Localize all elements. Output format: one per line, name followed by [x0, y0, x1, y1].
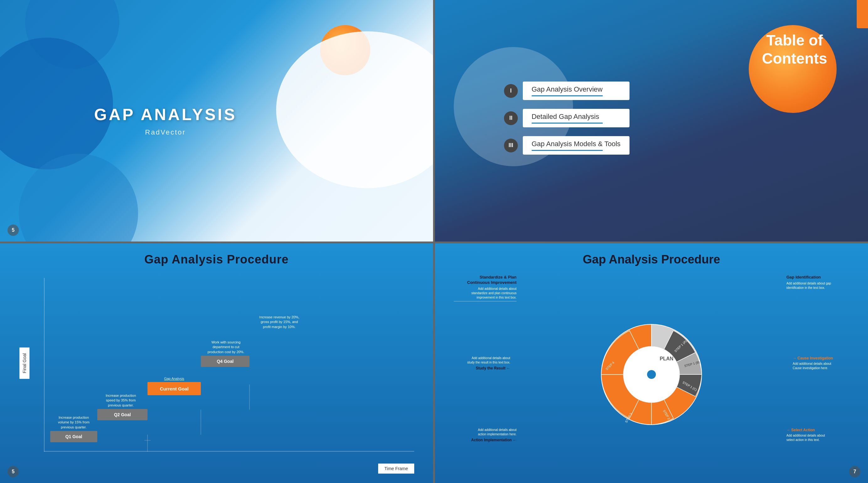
- subtitle: RadVector: [94, 128, 237, 136]
- toc-items: I Gap Analysis Overview II Detailed Gap …: [504, 82, 629, 163]
- label-action-implementation: Add additional details aboutaction imple…: [454, 428, 517, 442]
- svg-point-11: [647, 370, 656, 379]
- toc-num-1: I: [504, 84, 518, 98]
- toc-title: Table ofContents: [762, 31, 827, 67]
- slide-1: GAP ANALYSIS RadVector 5: [0, 0, 433, 242]
- wheel-container: PLAN DO CHECK ACT STEP 1 (A) STEP 1 (B) …: [589, 312, 714, 439]
- orange-tab: [857, 0, 868, 28]
- label-study-result: Add additional details aboutstudy the re…: [454, 356, 510, 371]
- toc-num-2: II: [504, 111, 518, 125]
- page-number-4: 7: [849, 466, 861, 477]
- svg-text:DO: DO: [663, 386, 670, 392]
- pdca-wheel: PLAN DO CHECK ACT STEP 1 (A) STEP 1 (B) …: [589, 312, 714, 437]
- svg-text:ACT: ACT: [631, 356, 642, 361]
- q4-goal-desc: Work with sourcingdepartment to cutprodu…: [198, 340, 254, 354]
- final-goal-desc: Increase revenue by 20%,gross profit by …: [248, 315, 311, 329]
- q2-goal-bar: Q2 Goal: [97, 409, 148, 420]
- q4-goal-bar: Q4 Goal: [201, 356, 249, 367]
- main-title: GAP ANALYSIS: [94, 105, 237, 124]
- toc-num-3: III: [504, 139, 518, 153]
- toc-item-3: III Gap Analysis Models & Tools: [504, 136, 629, 155]
- page-number: 5: [7, 225, 19, 236]
- toc-text-3: Gap Analysis Models & Tools: [523, 136, 629, 155]
- y-axis-label: Final Goal: [20, 348, 30, 379]
- y-axis-line: [44, 278, 44, 452]
- q1-goal-bar: Q1 Goal: [50, 431, 97, 442]
- label-gap-identification: Gap Identification Add additional detail…: [786, 275, 849, 290]
- slide-4-title: Gap Analysis Procedure: [435, 253, 868, 266]
- q1-goal-desc: Increase productionvolume by 15% frompre…: [50, 415, 97, 430]
- label-standardize: Standardize & PlanContinuous Improvement…: [454, 275, 517, 301]
- slide-3-title: Gap Analysis Procedure: [0, 253, 433, 266]
- svg-text:CHECK: CHECK: [628, 386, 646, 392]
- toc-text-1: Gap Analysis Overview: [523, 82, 629, 100]
- slide-3: Gap Analysis Procedure Final Goal Q1 Goa…: [0, 244, 433, 483]
- slide-2: Table ofContents I Gap Analysis Overview…: [435, 0, 868, 242]
- svg-text:PLAN: PLAN: [660, 356, 674, 361]
- toc-item-2: II Detailed Gap Analysis: [504, 109, 629, 127]
- x-axis-label: Time Frame: [378, 463, 414, 474]
- label-select-action: → Select Action Add additional details a…: [786, 428, 849, 442]
- q2-goal-desc: Increase productionspeed by 35% fromprev…: [94, 393, 148, 408]
- toc-item-1: I Gap Analysis Overview: [504, 82, 629, 100]
- slide-4: Gap Analysis Procedure: [435, 244, 868, 483]
- x-axis-line: [44, 451, 414, 452]
- white-blob: [276, 31, 433, 188]
- current-goal-bar: Current Goal: [148, 382, 201, 395]
- toc-text-2: Detailed Gap Analysis: [523, 109, 629, 127]
- title-block: GAP ANALYSIS RadVector: [94, 105, 237, 136]
- chart-area: Q1 Goal Increase productionvolume by 15%…: [44, 278, 414, 452]
- label-cause-investigation: → Cause Investigation Add additional det…: [793, 356, 849, 371]
- page-number-3: 5: [7, 466, 19, 477]
- current-goal-sub: Gap Analysis: [151, 376, 198, 381]
